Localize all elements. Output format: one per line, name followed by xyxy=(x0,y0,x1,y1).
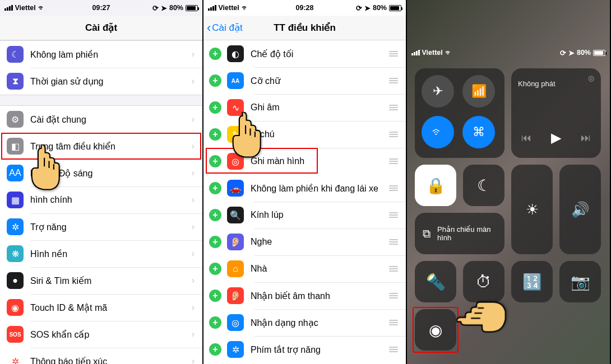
row-label: Touch ID & Mật mã xyxy=(30,302,192,313)
add-button[interactable]: + xyxy=(209,316,221,329)
back-button[interactable]: ‹Cài đặt xyxy=(207,21,243,35)
screen-mirroring-button[interactable]: ⧉ Phản chiếu màn hình xyxy=(415,213,504,254)
control-item-row[interactable]: +🚗Không làm phiền khi đang lái xe xyxy=(203,175,406,202)
reorder-handle-icon[interactable] xyxy=(389,266,398,272)
screen-record-button[interactable]: ◉ xyxy=(415,309,456,351)
row-icon: ⧗ xyxy=(7,73,24,90)
settings-row[interactable]: ●Siri & Tìm kiếm› xyxy=(0,267,202,294)
clock: 09:28 xyxy=(296,4,314,12)
control-item-row[interactable]: +✲Phím tắt trợ năng xyxy=(203,336,406,363)
row-label: Nhà xyxy=(251,264,389,274)
calculator-button[interactable]: 🔢 xyxy=(511,261,553,302)
row-label: Phím tắt trợ năng xyxy=(251,344,389,355)
play-icon[interactable]: ▶ xyxy=(551,130,561,146)
row-icon: ✲ xyxy=(227,341,244,358)
battery-percent: 80% xyxy=(373,4,387,12)
chevron-right-icon: › xyxy=(192,222,195,232)
carrier-label: Viettel xyxy=(219,4,239,12)
orientation-lock-button[interactable]: 🔒 xyxy=(415,165,456,206)
location-icon: ➤ xyxy=(568,49,575,57)
reorder-handle-icon[interactable] xyxy=(389,158,398,164)
add-button[interactable]: + xyxy=(209,155,221,167)
timer-button[interactable]: ⏱ xyxy=(463,261,504,302)
reorder-handle-icon[interactable] xyxy=(389,51,398,57)
prev-icon[interactable]: ⏮ xyxy=(521,132,531,144)
row-icon: AA xyxy=(227,72,244,89)
chevron-right-icon: › xyxy=(192,168,195,178)
add-button[interactable]: + xyxy=(209,101,221,114)
settings-row[interactable]: ⧗Thời gian sử dụng› xyxy=(0,68,202,95)
row-label: Thời gian sử dụng xyxy=(30,76,192,87)
add-button[interactable]: + xyxy=(209,128,221,141)
control-item-row[interactable]: +⌂Nhà xyxy=(203,255,406,282)
settings-row[interactable]: ◧Trung tâm điều khiển› xyxy=(0,133,202,160)
compass-icon: ⟳ xyxy=(560,49,566,57)
signal-bars-icon xyxy=(208,5,216,11)
control-item-row[interactable]: +👂🏻Nhận biết âm thanh xyxy=(203,282,406,309)
connectivity-tile[interactable]: ✈ 📶 ᯤ ⌘ xyxy=(415,68,504,158)
control-item-row[interactable]: +◐Chế độ tối xyxy=(203,40,406,67)
row-label: hi chú xyxy=(251,129,389,139)
status-bar: Viettel ᯤ 09:28 ⟳➤80% xyxy=(203,0,406,16)
bluetooth-toggle[interactable]: ⌘ xyxy=(462,116,495,148)
add-button[interactable]: + xyxy=(209,209,221,221)
chevron-right-icon: › xyxy=(192,329,195,339)
settings-row[interactable]: ▦hình chính› xyxy=(0,186,202,213)
row-label: Ghi âm xyxy=(251,102,389,113)
add-button[interactable]: + xyxy=(209,236,221,248)
add-button[interactable]: + xyxy=(209,343,221,356)
control-item-row[interactable]: +✎hi chú xyxy=(203,121,406,148)
next-icon[interactable]: ⏭ xyxy=(581,132,591,144)
reorder-handle-icon[interactable] xyxy=(389,239,398,245)
airplane-toggle[interactable]: ✈ xyxy=(422,75,454,108)
add-button[interactable]: + xyxy=(209,48,221,60)
do-not-disturb-button[interactable]: ☾ xyxy=(463,165,504,206)
reorder-handle-icon[interactable] xyxy=(389,347,398,352)
row-icon: ⌂ xyxy=(227,260,244,277)
control-item-row[interactable]: +👂🏻Nghe xyxy=(203,228,406,255)
settings-row[interactable]: ☾Không làm phiền› xyxy=(0,41,202,68)
settings-row[interactable]: ✲Trợ năng› xyxy=(0,213,202,240)
volume-slider[interactable]: 🔊 xyxy=(559,165,601,254)
add-button[interactable]: + xyxy=(209,290,221,302)
settings-row[interactable]: AAhình & Độ sáng› xyxy=(0,160,202,186)
control-item-row[interactable]: +◎Nhận dạng nhạc xyxy=(203,309,406,336)
chevron-right-icon: › xyxy=(192,356,195,364)
status-bar: Viettel ᯤ ⟳➤80% xyxy=(407,45,610,60)
settings-row[interactable]: ◉Touch ID & Mật mã› xyxy=(0,294,202,321)
reorder-handle-icon[interactable] xyxy=(389,78,398,83)
row-icon: ⚙ xyxy=(7,111,24,128)
media-tile[interactable]: ◎ Không phát ⏮▶⏭ xyxy=(511,68,601,158)
add-button[interactable]: + xyxy=(209,182,221,194)
settings-row[interactable]: ❋Hình nền› xyxy=(0,240,202,267)
reorder-handle-icon[interactable] xyxy=(389,185,398,191)
reorder-handle-icon[interactable] xyxy=(389,105,398,110)
reorder-handle-icon[interactable] xyxy=(389,293,398,298)
reorder-handle-icon[interactable] xyxy=(389,320,398,325)
row-icon: AA xyxy=(7,165,24,181)
control-item-row[interactable]: +◎Ghi màn hình xyxy=(203,148,406,175)
reorder-handle-icon[interactable] xyxy=(389,212,398,218)
control-item-row[interactable]: +🔍Kính lúp xyxy=(203,202,406,228)
row-label: Ghi màn hình xyxy=(251,156,389,166)
add-button[interactable]: + xyxy=(209,263,221,275)
row-icon: ✲ xyxy=(7,353,24,364)
location-icon: ➤ xyxy=(161,4,167,12)
row-label: Cỡ chữ xyxy=(251,76,389,86)
add-button[interactable]: + xyxy=(209,74,221,87)
flashlight-button[interactable]: 🔦 xyxy=(415,261,456,302)
row-icon: ✲ xyxy=(7,218,24,235)
control-item-row[interactable]: +∿Ghi âm xyxy=(203,94,406,121)
row-icon: ∿ xyxy=(227,99,244,116)
settings-row[interactable]: ✲Thông báo tiếp xúc› xyxy=(0,348,202,364)
row-label: SOS khẩn cấp xyxy=(30,329,192,340)
brightness-slider[interactable]: ☀ xyxy=(511,165,553,254)
cellular-toggle[interactable]: 📶 xyxy=(462,75,495,108)
row-icon: 🚗 xyxy=(227,180,244,197)
camera-button[interactable]: 📷 xyxy=(559,261,601,302)
reorder-handle-icon[interactable] xyxy=(389,132,398,137)
settings-row[interactable]: SOSSOS khẩn cấp› xyxy=(0,321,202,348)
settings-row[interactable]: ⚙Cài đặt chung› xyxy=(0,106,202,133)
control-item-row[interactable]: +AACỡ chữ xyxy=(203,67,406,94)
wifi-toggle[interactable]: ᯤ xyxy=(422,116,454,148)
